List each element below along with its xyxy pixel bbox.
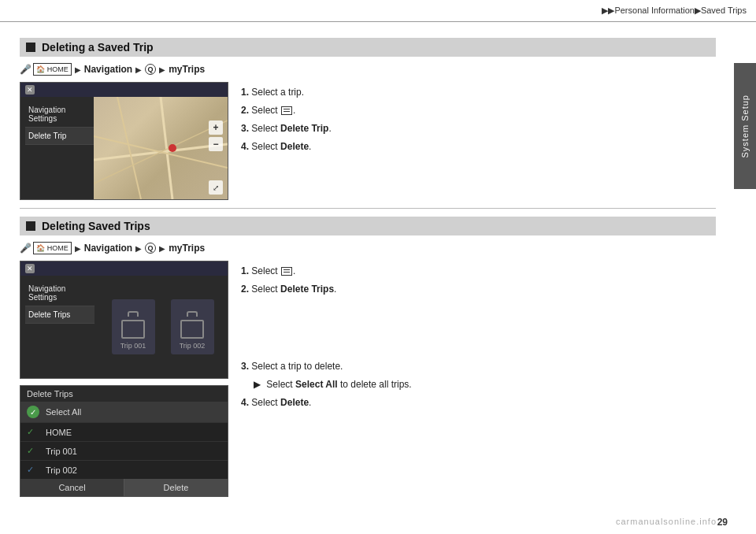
section1-steps: 1. Select a trip. 2. Select . 3. Select … xyxy=(241,82,716,200)
home-box-2: 🏠 HOME xyxy=(33,242,72,254)
ss2-sidebar: Navigation Settings Delete Trips xyxy=(20,276,99,378)
breadcrumb-text: ▶▶Personal Information▶Saved Trips xyxy=(602,6,747,16)
ss1-map: + − ⤢ xyxy=(94,97,228,199)
select-all-check: ✓ xyxy=(27,406,39,418)
delete-modal: Delete Trips ✓ Select All ✓ HOME ✓ Trip … xyxy=(20,385,228,497)
menu-icon-2 xyxy=(281,267,292,276)
map-controls: + − xyxy=(209,121,223,151)
ss2-header: ✕ xyxy=(20,261,228,276)
briefcase-1 xyxy=(121,320,145,339)
ss1-menu-nav-settings: Navigation Settings xyxy=(25,102,94,128)
svg-line-4 xyxy=(94,121,228,184)
section1-nav-path: 🎤 🏠 HOME ▶ Navigation ▶ Q ▶ myTrips xyxy=(20,63,716,76)
delete-button[interactable]: Delete xyxy=(124,479,228,496)
ss1-sidebar: Navigation Settings Delete Trip xyxy=(20,97,99,199)
step2-3: 3. Select a trip to delete. xyxy=(241,359,716,373)
ss2-menu-delete-trips: Delete Trips xyxy=(25,306,94,324)
trip-row-home-label: HOME xyxy=(46,428,72,437)
breadcrumb: ▶▶Personal Information▶Saved Trips xyxy=(0,0,756,22)
ss2-menu-nav-settings: Navigation Settings xyxy=(25,280,94,306)
zoom-out-btn[interactable]: − xyxy=(209,137,223,151)
ss1-header: ✕ xyxy=(20,83,228,97)
section2-header: Deleting Saved Trips xyxy=(20,217,716,235)
delete-modal-body: ✓ Select All ✓ HOME ✓ Trip 001 ✓ Trip 00… xyxy=(20,402,228,479)
cancel-button[interactable]: Cancel xyxy=(20,479,124,496)
step1-4: 4. Select Delete. xyxy=(241,139,716,154)
trip-row-002[interactable]: ✓ Trip 002 xyxy=(20,460,228,479)
mytrips-label-2: myTrips xyxy=(169,243,205,254)
arrow6: ▶ xyxy=(159,244,165,253)
section2-nav-path: 🎤 🏠 HOME ▶ Navigation ▶ Q ▶ myTrips xyxy=(20,242,716,254)
page-number: 29 xyxy=(717,517,728,528)
trip-row-home[interactable]: ✓ HOME xyxy=(20,422,228,441)
step2-2: 2. Select Delete Trips. xyxy=(241,282,716,296)
select-all-row[interactable]: ✓ Select All xyxy=(20,402,228,422)
check-002: ✓ xyxy=(27,465,39,475)
svg-point-5 xyxy=(169,144,176,152)
ss2-trip-cards: Trip 001 Trip 002 xyxy=(98,276,228,378)
zoom-in-btn[interactable]: + xyxy=(209,121,223,135)
search-circle-2: Q xyxy=(145,243,156,254)
trip-row-001[interactable]: ✓ Trip 001 xyxy=(20,441,228,460)
ss1-body: Navigation Settings Delete Trip xyxy=(20,97,228,199)
system-setup-tab: System Setup xyxy=(734,63,756,189)
trip-card-label-002: Trip 002 xyxy=(180,342,206,350)
step2-bottom-steps: 3. Select a trip to delete. ▶ Select Sel… xyxy=(241,359,716,410)
section2-content: ✕ Navigation Settings Delete Trips xyxy=(20,261,716,497)
section2-icon xyxy=(26,221,35,231)
ss1-menu-delete-trip: Delete Trip xyxy=(25,128,94,145)
section1-content: ✕ Navigation Settings Delete Trip xyxy=(20,82,716,200)
section2-steps: 1. Select . 2. Select Delete Trips. 3. S… xyxy=(241,261,716,497)
section1-icon xyxy=(26,43,35,52)
trip-icon-001 xyxy=(121,311,145,339)
mic-icon: 🎤 xyxy=(20,64,32,75)
briefcase-handle-1 xyxy=(128,311,139,317)
arrow5: ▶ xyxy=(135,244,142,253)
arrow3: ▶ xyxy=(159,65,165,74)
menu-icon-1 xyxy=(281,106,292,115)
mic-icon-2: 🎤 xyxy=(20,243,32,254)
section2-title: Deleting Saved Trips xyxy=(42,220,150,232)
mytrips-label-1: myTrips xyxy=(169,64,205,75)
modal-footer: Cancel Delete xyxy=(20,479,228,496)
home-box: 🏠 HOME xyxy=(33,63,72,76)
nav-label-2: Navigation xyxy=(84,243,132,254)
section1-title: Deleting a Saved Trip xyxy=(42,41,154,54)
search-circle-1: Q xyxy=(145,64,156,75)
check-001: ✓ xyxy=(27,446,39,456)
trip-card-002: Trip 002 xyxy=(171,299,214,354)
trip-card-label-001: Trip 001 xyxy=(120,342,146,350)
close-btn-1[interactable]: ✕ xyxy=(25,85,35,95)
section1-screenshot: ✕ Navigation Settings Delete Trip xyxy=(20,82,228,200)
close-btn-2[interactable]: ✕ xyxy=(25,264,35,273)
main-content: Deleting a Saved Trip 🎤 🏠 HOME ▶ Navigat… xyxy=(8,22,728,510)
section2-screenshot1: ✕ Navigation Settings Delete Trips xyxy=(20,261,228,379)
trip-card-001: Trip 001 xyxy=(112,299,155,354)
check-home: ✓ xyxy=(27,427,39,437)
briefcase-handle-2 xyxy=(187,311,198,317)
delete-modal-header: Delete Trips xyxy=(20,386,228,402)
trip-icon-002 xyxy=(180,311,204,339)
arrow2: ▶ xyxy=(135,65,142,74)
step1-2: 2. Select . xyxy=(241,103,716,117)
trip-row-002-label: Trip 002 xyxy=(46,465,77,475)
ss2-body: Navigation Settings Delete Trips Trip 00… xyxy=(20,276,228,378)
trip-row-001-label: Trip 001 xyxy=(46,447,77,456)
section1-header: Deleting a Saved Trip xyxy=(20,38,716,57)
modal-title: Delete Trips xyxy=(27,389,73,399)
map-svg xyxy=(94,97,228,199)
arrow-bullet: ▶ xyxy=(254,379,261,390)
arrow4: ▶ xyxy=(75,244,81,253)
arrow1: ▶ xyxy=(75,65,81,74)
step1-1: 1. Select a trip. xyxy=(241,85,716,99)
svg-line-3 xyxy=(117,97,141,199)
briefcase-2 xyxy=(180,320,204,339)
select-all-label: Select All xyxy=(46,407,81,417)
map-expand-btn[interactable]: ⤢ xyxy=(209,180,223,195)
step1-3: 3. Select Delete Trip. xyxy=(241,121,716,135)
right-tab-label: System Setup xyxy=(740,95,750,158)
step2-1: 1. Select . xyxy=(241,264,716,278)
step2-4: 4. Select Delete. xyxy=(241,395,716,410)
section2-left: ✕ Navigation Settings Delete Trips xyxy=(20,261,228,497)
nav-label-1: Navigation xyxy=(84,64,132,75)
